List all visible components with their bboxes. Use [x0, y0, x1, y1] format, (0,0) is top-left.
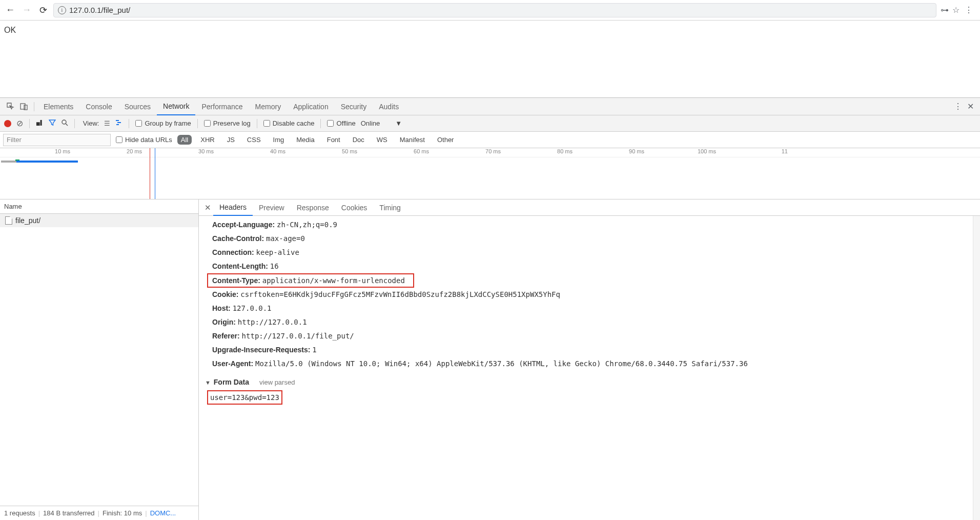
forward-button[interactable]: →	[21, 4, 33, 16]
timeline-tick: 30 ms	[198, 148, 215, 154]
headers-pane[interactable]: Accept-Language: zh-CN,zh;q=0.9Cache-Con…	[199, 216, 973, 520]
filter-funnel-icon[interactable]	[49, 119, 56, 128]
timeline-tick: 10 ms	[55, 148, 72, 154]
header-row: Origin: http://127.0.0.1	[212, 315, 973, 329]
info-icon[interactable]: i	[58, 6, 66, 14]
filter-type-img[interactable]: Img	[270, 135, 288, 145]
filter-type-media[interactable]: Media	[293, 135, 318, 145]
file-icon	[5, 216, 12, 225]
header-row: Cookie: csrftoken=E6HKdkj9ducFFgGFcz5MFz…	[212, 288, 973, 302]
offline-checkbox[interactable]: Offline	[327, 119, 355, 127]
devtools-panel: ElementsConsoleSourcesNetworkPerformance…	[0, 97, 980, 520]
header-row: Content-Type: application/x-www-form-url…	[212, 273, 973, 288]
timeline-tick: 90 ms	[629, 148, 646, 154]
filter-type-ws[interactable]: WS	[373, 135, 391, 145]
devtools-tab-audits[interactable]: Audits	[373, 98, 405, 115]
filter-type-other[interactable]: Other	[434, 135, 458, 145]
status-bar: 1 requests| 184 B transferred| Finish: 1…	[0, 506, 198, 520]
detail-tabs: ✕ HeadersPreviewResponseCookiesTiming	[199, 199, 980, 216]
timeline-tick: 20 ms	[127, 148, 144, 154]
filter-type-manifest[interactable]: Manifest	[396, 135, 428, 145]
svg-rect-0	[21, 104, 25, 109]
search-icon[interactable]	[61, 119, 68, 128]
filter-input[interactable]: Filter	[3, 134, 111, 146]
waterfall-icon[interactable]	[115, 119, 122, 128]
key-icon[interactable]: ⊶	[941, 5, 947, 15]
device-toggle-icon[interactable]	[17, 103, 31, 111]
devtools-tab-memory[interactable]: Memory	[249, 98, 288, 115]
filter-type-xhr[interactable]: XHR	[197, 135, 218, 145]
filter-type-js[interactable]: JS	[223, 135, 238, 145]
request-list: Name file_put/ 1 requests| 184 B transfe…	[0, 199, 199, 520]
svg-line-3	[66, 124, 68, 126]
address-bar[interactable]: i 127.0.0.1/file_put/	[53, 3, 936, 17]
status-domc[interactable]: DOMC...	[150, 509, 176, 517]
menu-icon[interactable]: ⋮	[965, 5, 973, 15]
header-row: Connection: keep-alive	[212, 246, 973, 259]
devtools-kebab-icon[interactable]: ⋮	[954, 102, 962, 111]
chevron-down-icon: ▼	[395, 119, 402, 127]
devtools-tab-application[interactable]: Application	[287, 98, 335, 115]
status-transferred: 184 B transferred	[43, 509, 94, 517]
timeline-tick: 80 ms	[557, 148, 574, 154]
view-parsed-link[interactable]: view parsed	[259, 378, 295, 386]
request-row[interactable]: file_put/	[0, 214, 198, 227]
devtools-tabs: ElementsConsoleSourcesNetworkPerformance…	[0, 98, 980, 115]
devtools-tab-network[interactable]: Network	[157, 98, 195, 115]
filter-type-css[interactable]: CSS	[243, 135, 264, 145]
filter-type-font[interactable]: Font	[323, 135, 344, 145]
devtools-close-icon[interactable]: ✕	[967, 102, 974, 111]
detail-tab-headers[interactable]: Headers	[213, 199, 253, 216]
devtools-tab-console[interactable]: Console	[79, 98, 118, 115]
record-button[interactable]	[4, 120, 11, 127]
camera-icon[interactable]: ■▌	[36, 119, 44, 128]
timeline-tick: 11	[782, 148, 789, 154]
detail-tab-timing[interactable]: Timing	[373, 199, 407, 216]
filter-type-all[interactable]: All	[177, 135, 192, 145]
star-icon[interactable]: ☆	[952, 5, 959, 15]
inspect-icon[interactable]	[4, 103, 17, 111]
browser-right-icons: ⊶ ☆ ⋮	[941, 5, 976, 15]
devtools-tab-sources[interactable]: Sources	[118, 98, 157, 115]
hide-data-urls-checkbox[interactable]: Hide data URLs	[116, 136, 172, 144]
group-by-frame-checkbox[interactable]: Group by frame	[135, 119, 191, 127]
large-rows-icon[interactable]: ☰	[104, 119, 110, 127]
filter-row: Filter Hide data URLs AllXHRJSCSSImgMedi…	[0, 132, 980, 148]
back-button[interactable]: ←	[4, 4, 16, 16]
throttle-select[interactable]: Online ▼	[361, 119, 402, 127]
network-toolbar: ⊘ ■▌ View: ☰ Group by frame Preserve log…	[0, 115, 980, 132]
form-data-section[interactable]: ▼ Form Data view parsed	[205, 378, 973, 386]
header-row: Upgrade-Insecure-Requests: 1	[212, 343, 973, 357]
detail-tab-response[interactable]: Response	[291, 199, 335, 216]
view-label: View:	[83, 119, 99, 127]
scrollbar[interactable]	[973, 216, 980, 520]
detail-tab-cookies[interactable]: Cookies	[335, 199, 374, 216]
request-list-header[interactable]: Name	[0, 199, 198, 214]
header-row: Content-Length: 16	[212, 259, 973, 273]
detail-tab-preview[interactable]: Preview	[253, 199, 291, 216]
form-data-raw: user=123&pwd=123	[207, 390, 282, 405]
devtools-tab-performance[interactable]: Performance	[195, 98, 249, 115]
timeline-tick: 70 ms	[485, 148, 502, 154]
page-viewport: OK	[0, 21, 980, 97]
svg-rect-6	[116, 124, 119, 125]
status-finish: Finish: 10 ms	[103, 509, 142, 517]
close-detail-icon[interactable]: ✕	[202, 203, 213, 212]
request-detail: ✕ HeadersPreviewResponseCookiesTiming Ac…	[199, 199, 980, 520]
preserve-log-checkbox[interactable]: Preserve log	[204, 119, 251, 127]
header-row: Host: 127.0.0.1	[212, 302, 973, 315]
disable-cache-checkbox[interactable]: Disable cache	[263, 119, 315, 127]
svg-rect-5	[117, 122, 121, 123]
reload-button[interactable]: ⟳	[37, 4, 49, 16]
header-row: Cache-Control: max-age=0	[212, 232, 973, 246]
filter-type-doc[interactable]: Doc	[349, 135, 368, 145]
status-requests: 1 requests	[4, 509, 35, 517]
devtools-tab-security[interactable]: Security	[335, 98, 373, 115]
browser-toolbar: ← → ⟳ i 127.0.0.1/file_put/ ⊶ ☆ ⋮	[0, 0, 980, 21]
timeline-tick: 40 ms	[270, 148, 287, 154]
devtools-tab-elements[interactable]: Elements	[37, 98, 79, 115]
timeline[interactable]: 10 ms20 ms30 ms40 ms50 ms60 ms70 ms80 ms…	[0, 148, 980, 199]
header-row: User-Agent: Mozilla/5.0 (Windows NT 10.0…	[212, 357, 973, 371]
svg-point-2	[62, 120, 66, 124]
clear-button[interactable]: ⊘	[16, 118, 23, 128]
